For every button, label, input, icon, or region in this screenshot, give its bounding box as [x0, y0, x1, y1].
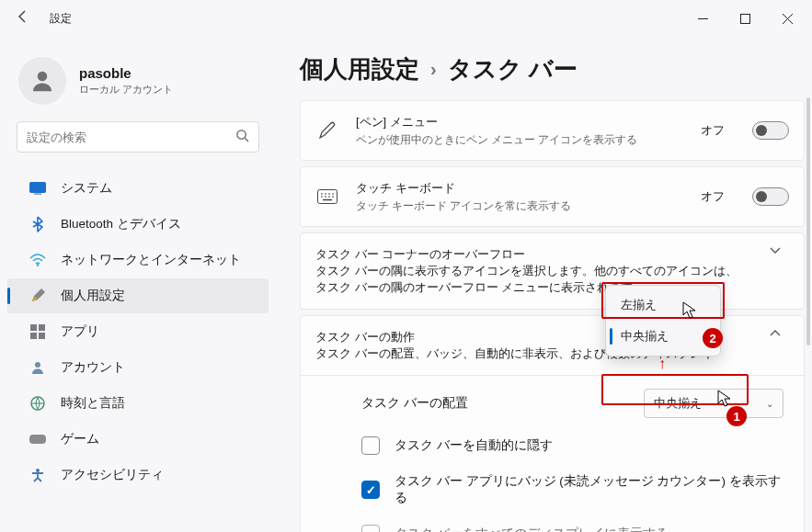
row-auto-hide[interactable]: タスク バーを自動的に隠す — [301, 427, 804, 464]
setting-title: [ペン] メニュー — [356, 114, 684, 130]
sidebar-item-label: 個人用設定 — [61, 288, 125, 304]
network-icon — [29, 252, 46, 268]
row-show-badges[interactable]: タスク バー アプリにバッジ (未読メッセージ カウンター) を表示する — [301, 464, 804, 515]
sidebar-item-label: アカウント — [61, 359, 125, 376]
sidebar-item-label: 時刻と言語 — [61, 395, 125, 412]
setting-title: タッチ キーボード — [356, 180, 684, 197]
system-icon — [29, 180, 46, 197]
time-language-icon — [29, 395, 46, 412]
setting-touch-keyboard[interactable]: タッチ キーボード タッチ キーボード アイコンを常に表示する オフ — [300, 166, 805, 227]
setting-subtitle: タッチ キーボード アイコンを常に表示する — [356, 198, 684, 213]
alignment-select[interactable]: 中央揃え ⌄ — [644, 389, 783, 418]
breadcrumb: 個人用設定 › タスク バー — [300, 37, 805, 100]
chevron-right-icon: › — [430, 59, 437, 80]
svg-rect-1 — [740, 14, 749, 23]
sidebar-item-label: アクセシビリティ — [61, 467, 164, 483]
svg-rect-12 — [30, 333, 37, 339]
svg-line-6 — [245, 138, 248, 141]
user-subtitle: ローカル アカウント — [79, 83, 173, 96]
checkbox[interactable] — [361, 436, 380, 455]
sidebar-item-system[interactable]: システム — [7, 171, 269, 206]
setting-subtitle: ペンが使用中のときにペン メニュー アイコンを表示する — [356, 132, 684, 147]
svg-rect-7 — [30, 183, 46, 193]
sidebar-item-personalization[interactable]: 個人用設定 — [7, 278, 269, 313]
back-button[interactable] — [9, 9, 37, 28]
toggle-switch[interactable] — [752, 121, 789, 140]
sidebar-item-apps[interactable]: アプリ — [7, 314, 269, 349]
toggle-state-label: オフ — [701, 188, 725, 205]
select-value: 中央揃え — [654, 395, 702, 412]
main-panel: 個人用設定 › タスク バー [ペン] メニュー ペンが使用中のときにペン メニ… — [276, 37, 812, 532]
row-label: タスク バーをすべてのディスプレイに表示する — [395, 526, 783, 532]
chevron-up-icon — [761, 329, 789, 338]
sidebar-item-label: システム — [61, 180, 112, 197]
minimize-button[interactable] — [681, 4, 724, 33]
apps-icon — [29, 323, 46, 340]
personalization-icon — [29, 288, 46, 304]
sidebar-item-label: Bluetooth とデバイス — [61, 216, 181, 232]
checkbox[interactable] — [361, 525, 380, 532]
user-name: pasoble — [79, 65, 173, 81]
alignment-dropdown[interactable]: 左揃え 中央揃え — [605, 285, 721, 357]
sidebar-item-gaming[interactable]: ゲーム — [7, 422, 269, 457]
search-input[interactable] — [27, 130, 235, 144]
row-taskbar-alignment: タスク バーの配置 中央揃え ⌄ — [301, 379, 804, 427]
user-block[interactable]: pasoble ローカル アカウント — [0, 40, 276, 121]
svg-point-4 — [38, 72, 48, 82]
svg-rect-13 — [39, 333, 45, 339]
chevron-down-icon — [761, 246, 789, 255]
sidebar-item-network[interactable]: ネットワークとインターネット — [7, 243, 269, 277]
chevron-down-icon: ⌄ — [766, 399, 773, 409]
setting-taskbar-behavior[interactable]: タスク バーの動作 タスク バーの配置、バッジ、自動的に非表示、および複数のディ… — [300, 315, 805, 376]
search-icon — [235, 129, 249, 145]
dropdown-option-left[interactable]: 左揃え — [610, 289, 716, 321]
maximize-button[interactable] — [724, 4, 766, 33]
sidebar-item-time-language[interactable]: 時刻と言語 — [7, 386, 269, 421]
sidebar: pasoble ローカル アカウント システム Bluetooth とデバイ — [0, 37, 276, 532]
svg-rect-11 — [39, 324, 45, 331]
setting-title: タスク バー コーナーのオーバーフロー — [315, 246, 749, 263]
svg-point-14 — [35, 362, 40, 368]
row-multi-display[interactable]: タスク バーをすべてのディスプレイに表示する — [301, 515, 804, 532]
svg-rect-17 — [318, 190, 337, 204]
window-title: 設定 — [50, 11, 72, 27]
sidebar-item-label: ゲーム — [61, 431, 99, 447]
pen-icon — [315, 120, 339, 141]
close-button[interactable] — [766, 4, 808, 33]
sidebar-item-label: ネットワークとインターネット — [61, 252, 241, 268]
titlebar: 設定 — [0, 0, 812, 37]
gaming-icon — [29, 431, 46, 447]
toggle-state-label: オフ — [701, 122, 725, 139]
keyboard-icon — [315, 189, 339, 204]
bluetooth-icon — [29, 216, 46, 232]
svg-point-16 — [36, 469, 40, 472]
breadcrumb-current: タスク バー — [448, 53, 578, 85]
svg-rect-10 — [30, 324, 37, 331]
row-label: タスク バー アプリにバッジ (未読メッセージ カウンター) を表示する — [395, 473, 783, 506]
sidebar-item-account[interactable]: アカウント — [7, 350, 269, 385]
toggle-switch[interactable] — [752, 187, 789, 206]
setting-pen-menu[interactable]: [ペン] メニュー ペンが使用中のときにペン メニュー アイコンを表示する オフ — [300, 100, 805, 161]
scrollbar[interactable] — [806, 97, 810, 345]
row-label: タスク バーを自動的に隠す — [395, 437, 783, 454]
account-icon — [29, 359, 46, 376]
search-box[interactable] — [17, 121, 259, 153]
checkbox[interactable] — [361, 481, 380, 499]
sidebar-item-label: アプリ — [61, 323, 99, 340]
svg-point-5 — [237, 130, 246, 139]
setting-corner-overflow[interactable]: タスク バー コーナーのオーバーフロー タスク バーの隅に表示するアイコンを選択… — [300, 232, 805, 310]
svg-point-9 — [37, 264, 39, 266]
breadcrumb-parent[interactable]: 個人用設定 — [300, 53, 419, 85]
sidebar-item-accessibility[interactable]: アクセシビリティ — [7, 458, 269, 492]
row-label: タスク バーの配置 — [361, 395, 629, 412]
sidebar-item-bluetooth[interactable]: Bluetooth とデバイス — [7, 207, 269, 242]
dropdown-option-center[interactable]: 中央揃え — [610, 321, 716, 352]
avatar — [18, 57, 66, 105]
svg-rect-8 — [34, 194, 41, 195]
accessibility-icon — [29, 467, 46, 483]
nav-list: システム Bluetooth とデバイス ネットワークとインターネット 個人用設… — [0, 165, 276, 492]
